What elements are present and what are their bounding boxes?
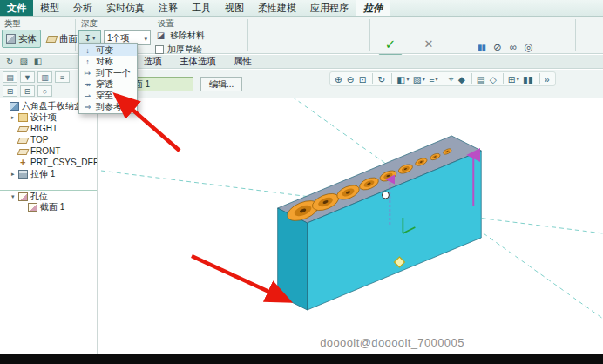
toolbar-glyph: ▨ (413, 74, 422, 84)
depth-options-menu: ↓ 可变 ↕ 对称 ↦ 到下一个 ↠ 穿透 ⇀ 穿至 ⇒ 到参考 (78, 43, 138, 114)
surface-label: 曲面 (59, 33, 78, 45)
tree-item[interactable]: TOP (0, 134, 97, 145)
ribbon-tab[interactable]: 应用程序 (303, 0, 356, 16)
thicken-sketch-checkbox[interactable] (155, 45, 164, 54)
collapse-all-icon[interactable]: ⊟ (20, 85, 35, 97)
3d-dragger-icon[interactable]: ◆ (457, 73, 467, 84)
expand-arrow-icon[interactable]: ▸ (11, 171, 18, 178)
surface-button[interactable]: 曲面 (43, 30, 82, 48)
depth-menu-item[interactable]: ↠ 穿透 (79, 78, 137, 90)
datum-display-icon[interactable]: ▨ ▾ (412, 73, 426, 84)
depth-through-all-icon: ↠ (83, 80, 92, 89)
toolbar-glyph: ▮▮ (523, 74, 533, 84)
box-left-face[interactable] (278, 208, 308, 310)
toolbar-glyph: ≡ (429, 74, 434, 84)
remove-material-label: 移除材料 (170, 30, 205, 42)
panel-tab[interactable]: 主体选项 (171, 55, 225, 68)
tree-item-label: PRT_CSYS_DEF (30, 158, 98, 167)
tree-item-label: 设计项 (30, 111, 57, 124)
view-manager-icon[interactable]: ▤ (471, 73, 487, 84)
display-style-icon[interactable]: ◧ ▾ (391, 73, 410, 84)
toolbar-glyph: ⊞ (508, 74, 516, 84)
solid-button[interactable]: 实体 (2, 30, 41, 48)
spin-center-icon[interactable]: ⌖ (444, 73, 456, 84)
3d-model-canvas[interactable] (98, 70, 603, 354)
repaint-small-icon[interactable]: ↻ (6, 57, 13, 66)
ribbon-tab[interactable]: 注释 (152, 0, 185, 16)
repaint-icon[interactable]: ↻ (372, 73, 387, 84)
toolbar-glyph: ⌖ (449, 73, 454, 84)
toolbar-glyph: » (545, 74, 550, 84)
drag-handle[interactable] (382, 192, 389, 199)
thicken-sketch-toggle[interactable]: 加厚草绘 (155, 43, 205, 56)
tree-columns-icon[interactable]: ▥ (37, 71, 52, 83)
depth-menu-item-label: 穿至 (96, 90, 113, 102)
ribbon-tab[interactable]: 拉伸 (356, 0, 390, 16)
sketch-icon (18, 192, 28, 201)
type-group: 类型 实体 曲面 (2, 18, 82, 48)
overflow-icon[interactable]: » (539, 73, 552, 84)
tree-item-label: 截面 1 (40, 201, 64, 213)
tree-show-icon[interactable]: ▤ (3, 71, 17, 83)
annotation-display-icon[interactable]: ≡ ▾ (428, 73, 439, 84)
depth-menu-item-label: 到下一个 (96, 67, 131, 79)
expand-arrow-icon[interactable]: ▸ (11, 114, 18, 121)
tree-item[interactable]: ▾ 孔位 (0, 190, 97, 201)
depth-menu-item-label: 可变 (96, 44, 113, 57)
refit-icon[interactable]: ⊡ (358, 73, 369, 84)
datum-display-small-icon[interactable]: ▨ (19, 57, 27, 66)
display-style-small-icon[interactable]: ◧ (34, 57, 42, 66)
toolbar-glyph: ◆ (458, 74, 465, 84)
tree-item-label: 拉伸 1 (30, 168, 55, 180)
tree-settings-icon[interactable]: ≡ (55, 71, 70, 83)
remove-material-toggle[interactable]: ◪ 移除材料 (155, 29, 205, 42)
expand-all-icon[interactable]: ⊞ (3, 85, 17, 97)
viewport-toolbar: ⊕ ⊖ ⊡ ↻ ◧ ▾ ▨ ▾ ≡ ▾ ⌖ (329, 71, 556, 86)
preview-eye-icon[interactable]: ◎ (525, 41, 533, 53)
panel-tab[interactable]: 属性 (225, 55, 261, 68)
tree-item[interactable]: RIGHT (0, 123, 97, 134)
zoom-in-icon[interactable]: ⊕ (334, 73, 344, 84)
tree-item[interactable]: PRT_CSYS_DEF (0, 157, 97, 168)
tree-item[interactable]: ▸ 拉伸 1 (0, 168, 97, 179)
depth-menu-item[interactable]: ↕ 对称 (79, 56, 137, 67)
sketch-icon (28, 203, 37, 212)
pause-icon[interactable]: ▮▮ (522, 73, 535, 84)
cancel-x-icon: ✕ (413, 37, 444, 51)
ribbon-tab[interactable]: 分析 (66, 0, 99, 16)
ribbon-tab[interactable]: 实时仿真 (99, 0, 152, 16)
ribbon-tab[interactable]: 工具 (185, 0, 218, 16)
csys-icon (18, 158, 28, 167)
settings-group-label: 设置 (155, 18, 205, 28)
depth-menu-item[interactable]: ⇀ 穿至 (79, 90, 137, 101)
ribbon-tab[interactable]: 模型 (33, 0, 66, 16)
toolbar-glyph: ⊡ (359, 74, 367, 84)
depth-symmetric-icon: ↕ (83, 57, 92, 66)
depth-menu-item-label: 到参考 (96, 101, 122, 113)
chevron-down-icon: ▾ (517, 76, 520, 83)
settings-group: 设置 ◪ 移除材料 加厚草绘 (155, 18, 205, 56)
depth-menu-item-label: 对称 (96, 56, 113, 68)
tree-item[interactable]: FRONT (0, 145, 97, 157)
graphics-viewport[interactable] (98, 70, 603, 354)
panel-tab[interactable]: 选项 (135, 55, 171, 68)
expand-arrow-icon[interactable]: ▾ (11, 193, 18, 200)
ribbon-tab[interactable]: 文件 (0, 0, 33, 16)
ribbon-tab[interactable]: 视图 (218, 0, 251, 16)
solid-label: 实体 (18, 33, 37, 45)
datum-plane-icon (17, 138, 30, 144)
depth-menu-item[interactable]: ⇒ 到参考 (79, 101, 137, 112)
zoom-out-icon[interactable]: ⊖ (346, 73, 356, 84)
no-preview-icon[interactable]: ⊘ (493, 41, 502, 53)
pause-icon[interactable]: ▮▮ (478, 43, 485, 52)
ribbon-tab[interactable]: 柔性建模 (251, 0, 303, 16)
verify-glasses-icon[interactable]: ∞ (510, 42, 517, 52)
tree-filter-icon[interactable]: ▼ (20, 71, 35, 83)
tree-item[interactable]: 截面 1 (0, 201, 97, 212)
perspective-icon[interactable]: ◇ (489, 73, 498, 84)
edit-sketch-button[interactable]: 编辑... (200, 77, 242, 91)
depth-menu-item[interactable]: ↦ 到下一个 (79, 67, 137, 78)
saved-view-icon[interactable]: ⊞ ▾ (503, 73, 520, 84)
depth-menu-item[interactable]: ↓ 可变 (79, 44, 137, 56)
tree-search-icon[interactable]: ○ (37, 85, 52, 97)
